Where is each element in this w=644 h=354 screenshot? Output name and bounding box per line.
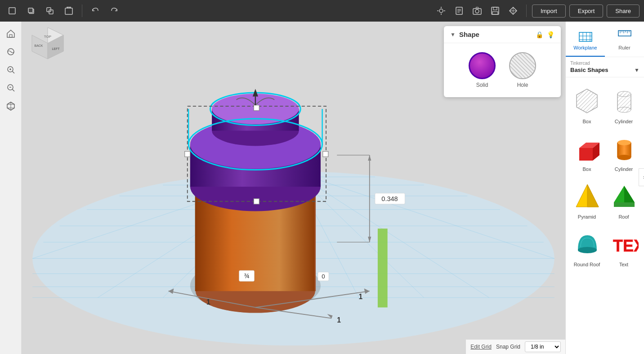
shapes-grid: Box: [566, 77, 644, 275]
workplane-label: Workplane: [573, 45, 597, 50]
view-icon-button[interactable]: [505, 3, 521, 18]
canvas-area[interactable]: TOP BACK LEFT: [22, 22, 565, 354]
round-roof-icon: [571, 229, 603, 260]
snap-grid-select[interactable]: 1/8 in 1/4 in 1 in 1 mm: [525, 341, 561, 352]
sidebar-collapse-button[interactable]: ›: [639, 168, 644, 186]
text-shape-icon: TEXT: [608, 229, 640, 260]
shape-item-roof[interactable]: Roof: [605, 176, 642, 224]
box-grey-icon: [571, 85, 603, 117]
left-panel: [0, 22, 22, 354]
cylinder-orange-label: Cylinder: [615, 166, 633, 172]
light-icon-button[interactable]: [434, 3, 449, 18]
shape-options: Solid Hole: [444, 43, 561, 97]
svg-text:1: 1: [337, 316, 341, 324]
shape-item-pyramid[interactable]: Pyramid: [568, 176, 605, 224]
lock-icon[interactable]: 🔒: [536, 31, 543, 38]
svg-rect-5: [65, 8, 72, 14]
share-button[interactable]: Share: [607, 4, 640, 18]
duplicate-button[interactable]: [42, 3, 58, 18]
hole-option[interactable]: Hole: [509, 52, 536, 88]
cylinder-grey-icon: [608, 85, 640, 117]
svg-point-9: [439, 9, 443, 13]
copy-button[interactable]: [23, 3, 39, 18]
svg-line-31: [12, 72, 14, 74]
shape-panel-action-icons: 🔒 💡: [536, 31, 555, 38]
workplane-button[interactable]: Workplane: [566, 22, 605, 57]
delete-button[interactable]: [61, 3, 76, 18]
shape-item-cylinder-grey[interactable]: Cylinder: [605, 81, 642, 129]
hole-circle: [509, 52, 536, 79]
shape-panel-title: Shape: [459, 31, 536, 38]
svg-point-129: [617, 91, 631, 97]
bulb-icon[interactable]: 💡: [547, 31, 555, 38]
sidebar-top-nav: Workplane Ruler: [566, 22, 644, 57]
toolbar-separator: [82, 4, 82, 17]
shape-item-cylinder-orange[interactable]: Cylinder: [605, 129, 642, 176]
pyramid-label: Pyramid: [578, 214, 596, 220]
new-button[interactable]: [4, 3, 20, 18]
zoom-in-button[interactable]: [3, 62, 18, 77]
perspective-button[interactable]: [3, 98, 18, 113]
svg-text:0.348: 0.348: [381, 195, 398, 202]
shape-item-round-roof[interactable]: Round Roof: [568, 224, 605, 272]
workplane-icon: [577, 27, 594, 43]
svg-point-138: [617, 155, 631, 160]
hole-label: Hole: [517, 82, 528, 88]
edit-grid-button[interactable]: Edit Grid: [470, 344, 492, 350]
pyramid-icon: [571, 181, 603, 212]
shape-item-text[interactable]: TEXT Text: [605, 224, 642, 272]
round-roof-label: Round Roof: [574, 262, 600, 267]
top-toolbar: Import Export Share: [0, 0, 644, 22]
shape-item-box-grey[interactable]: Box: [568, 81, 605, 129]
orbit-button[interactable]: [3, 44, 18, 59]
svg-rect-0: [9, 8, 15, 14]
svg-text:TEXT: TEXT: [613, 237, 639, 255]
solid-label: Solid: [476, 82, 488, 88]
import-button[interactable]: Import: [532, 4, 566, 18]
save-icon-button[interactable]: [487, 3, 503, 18]
category-label: Tinkercad: [570, 61, 640, 66]
notes-icon-button[interactable]: [452, 3, 467, 18]
main-area: TOP BACK LEFT: [0, 22, 644, 354]
ruler-button[interactable]: Ruler: [605, 22, 644, 57]
category-dropdown-arrow[interactable]: ▼: [634, 67, 640, 73]
top-center-icons: [434, 3, 521, 18]
svg-rect-111: [378, 229, 388, 307]
ruler-icon: [617, 27, 633, 43]
text-label: Text: [619, 262, 628, 267]
home-view-button[interactable]: [3, 26, 18, 41]
solid-circle: [469, 52, 496, 79]
svg-marker-126: [577, 89, 597, 113]
bottom-bar: Edit Grid Snap Grid 1/8 in 1/4 in 1 in 1…: [466, 340, 565, 354]
export-button[interactable]: Export: [569, 4, 604, 18]
box-grey-label: Box: [583, 119, 591, 124]
box-red-label: Box: [583, 166, 591, 172]
zoom-out-button[interactable]: [3, 80, 18, 95]
svg-marker-145: [614, 202, 635, 207]
box-red-icon: [571, 133, 603, 165]
ruler-label: Ruler: [618, 45, 630, 50]
camera-icon-button[interactable]: [470, 3, 485, 18]
cylinder-grey-label: Cylinder: [615, 119, 633, 124]
redo-button[interactable]: [107, 3, 122, 18]
undo-button[interactable]: [88, 3, 103, 18]
shape-panel-header: ▼ Shape 🔒 💡: [444, 26, 561, 43]
svg-point-146: [578, 247, 597, 253]
svg-rect-21: [493, 7, 497, 10]
svg-rect-2: [28, 8, 33, 13]
svg-text:¾: ¾: [244, 272, 249, 279]
shape-panel: ▼ Shape 🔒 💡 Solid Hole: [444, 26, 561, 97]
roof-icon: [608, 181, 640, 212]
svg-text:TOP: TOP: [44, 35, 51, 39]
shape-item-box-red[interactable]: Box: [568, 129, 605, 176]
solid-option[interactable]: Solid: [469, 52, 496, 88]
shape-panel-collapse[interactable]: ▼: [450, 31, 456, 38]
toolbar-sep-2: [526, 4, 527, 17]
view-cube[interactable]: TOP BACK LEFT: [25, 25, 70, 85]
svg-rect-85: [185, 151, 190, 157]
snap-grid-label: Snap Grid: [496, 344, 520, 350]
svg-rect-22: [492, 12, 498, 14]
sidebar-category: Tinkercad Basic Shapes ▼: [566, 57, 644, 77]
svg-rect-86: [323, 151, 328, 157]
svg-marker-133: [579, 148, 593, 161]
